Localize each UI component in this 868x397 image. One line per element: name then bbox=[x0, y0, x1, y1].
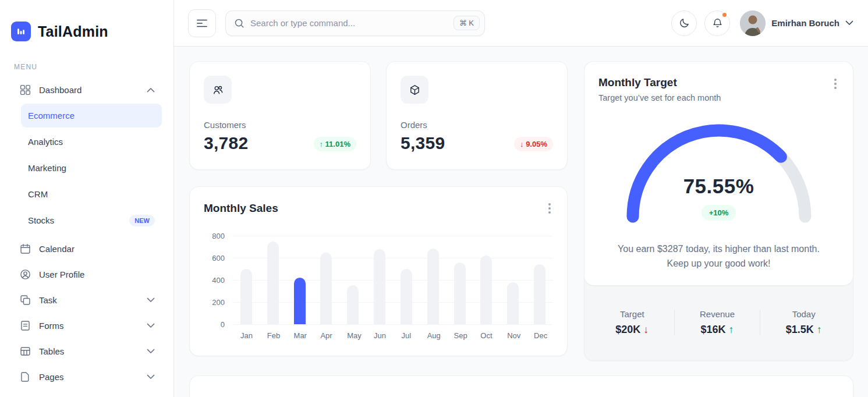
sidebar-toggle-button[interactable] bbox=[188, 9, 216, 37]
menu-icon bbox=[196, 19, 208, 28]
bar-aug bbox=[427, 249, 439, 324]
monthly-target-subtitle: Target you’ve set for each month bbox=[598, 93, 721, 102]
stat-today: Today $1.5K ↑ bbox=[786, 309, 822, 336]
bar-jan bbox=[240, 269, 252, 324]
calendar-icon bbox=[19, 243, 31, 255]
x-tick: May bbox=[347, 331, 359, 340]
target-stats-footer: Target $20K ↓Revenue $16K ↑Today $1.5K ↑ bbox=[584, 285, 853, 360]
task-icon bbox=[19, 294, 31, 306]
user-name: Emirhan Boruch bbox=[771, 18, 839, 28]
bar-sep bbox=[454, 263, 466, 324]
monthly-sales-menu-button[interactable] bbox=[546, 201, 553, 216]
grid-icon bbox=[19, 84, 31, 96]
x-tick: Sep bbox=[454, 331, 466, 340]
bar-nov bbox=[507, 282, 519, 324]
app-title: TailAdmin bbox=[38, 23, 108, 40]
menu-section-label: MENU bbox=[14, 63, 173, 71]
stat-revenue: Revenue $16K ↑ bbox=[700, 309, 735, 336]
x-tick: Nov bbox=[507, 331, 519, 340]
monthly-target-title: Monthly Target bbox=[598, 76, 721, 89]
y-tick: 800 bbox=[212, 232, 225, 240]
customers-metric-card: Customers 3,782 ↑ 11.01% bbox=[189, 61, 371, 170]
x-tick: Jun bbox=[374, 331, 385, 340]
chevron-down-icon bbox=[147, 323, 155, 328]
x-tick: Aug bbox=[427, 331, 439, 340]
metrics-row: Customers 3,782 ↑ 11.01% Orders 5,359 ↓ … bbox=[189, 61, 568, 170]
metric-value: 3,782 bbox=[204, 133, 249, 153]
orders-metric-card: Orders 5,359 ↓ 9.05% bbox=[386, 61, 568, 170]
sidebar: TailAdmin MENU Dashboard EcommerceAnalyt… bbox=[0, 0, 174, 397]
sidebar-subitem-stocks[interactable]: StocksNEW bbox=[21, 208, 162, 232]
pages-icon bbox=[19, 371, 31, 383]
topbar: ⌘ K Emirhan Boruch bbox=[174, 0, 868, 47]
stat-target: Target $20K ↓ bbox=[615, 309, 649, 336]
x-tick: Mar bbox=[294, 331, 306, 340]
x-tick: Feb bbox=[267, 331, 279, 340]
sidebar-item-tables[interactable]: Tables bbox=[12, 338, 162, 364]
bar-oct bbox=[480, 256, 492, 324]
search-input[interactable] bbox=[250, 18, 448, 28]
x-tick: Jul bbox=[401, 331, 412, 340]
x-tick: Oct bbox=[480, 331, 492, 340]
sidebar-subitem-analytics[interactable]: Analytics bbox=[21, 130, 162, 154]
target-percent: 75.55% bbox=[620, 175, 818, 198]
chevron-down-icon bbox=[845, 20, 853, 26]
metric-value: 5,359 bbox=[401, 133, 445, 153]
metric-delta-badge: ↓ 9.05% bbox=[514, 137, 553, 151]
sidebar-item-forms[interactable]: Forms bbox=[12, 313, 162, 338]
sidebar-item-user-profile[interactable]: User Profile bbox=[12, 261, 162, 287]
chevron-down-icon bbox=[147, 349, 155, 354]
avatar bbox=[740, 10, 766, 36]
chart-y-axis: 0200400600800 bbox=[204, 236, 225, 324]
tables-icon bbox=[19, 345, 31, 357]
moon-icon bbox=[679, 17, 690, 29]
search-icon bbox=[234, 18, 245, 29]
bar-apr bbox=[320, 253, 332, 324]
bar-dec bbox=[534, 264, 545, 324]
notification-dot bbox=[721, 12, 728, 18]
sidebar-item-pages[interactable]: Pages bbox=[12, 364, 162, 389]
y-tick: 600 bbox=[212, 254, 225, 263]
x-tick: Dec bbox=[534, 331, 545, 340]
logo[interactable]: TailAdmin bbox=[0, 14, 173, 47]
monthly-sales-chart: 0200400600800 bbox=[204, 236, 553, 324]
target-delta-badge: +10% bbox=[702, 205, 736, 221]
y-tick: 200 bbox=[212, 298, 225, 307]
bar-feb bbox=[267, 242, 279, 324]
sidebar-item-task[interactable]: Task bbox=[12, 287, 162, 313]
bar-may bbox=[347, 285, 359, 324]
monthly-target-menu-button[interactable] bbox=[832, 76, 839, 91]
sidebar-subitem-ecommerce[interactable]: Ecommerce bbox=[21, 104, 162, 127]
metric-label: Customers bbox=[204, 120, 356, 130]
forms-icon bbox=[19, 320, 31, 332]
y-tick: 0 bbox=[221, 320, 225, 329]
box-icon bbox=[401, 76, 428, 104]
monthly-target-card: Monthly Target Target you’ve set for eac… bbox=[584, 61, 853, 361]
monthly-sales-card: Monthly Sales 0200400600800 JanFebMarApr… bbox=[189, 186, 568, 356]
notifications-button[interactable] bbox=[704, 10, 730, 36]
search-bar[interactable]: ⌘ K bbox=[225, 10, 485, 36]
target-message: You earn $3287 today, its higher than la… bbox=[598, 242, 839, 271]
dashboard-submenu: EcommerceAnalyticsMarketingCRMStocksNEW bbox=[0, 102, 173, 236]
keyboard-shortcut-hint: ⌘ K bbox=[454, 16, 480, 30]
people-icon bbox=[204, 76, 232, 104]
metric-label: Orders bbox=[401, 120, 553, 130]
monthly-sales-title: Monthly Sales bbox=[204, 202, 278, 215]
sidebar-item-calendar[interactable]: Calendar bbox=[12, 236, 162, 261]
sidebar-item-dashboard[interactable]: Dashboard bbox=[12, 77, 162, 102]
user-menu[interactable]: Emirhan Boruch bbox=[740, 10, 853, 36]
chevron-up-icon bbox=[147, 87, 155, 93]
new-badge: NEW bbox=[129, 215, 155, 226]
tailadmin-logo-icon bbox=[11, 22, 31, 41]
dark-mode-toggle[interactable] bbox=[671, 10, 697, 36]
sidebar-subitem-crm[interactable]: CRM bbox=[21, 182, 162, 206]
x-tick: Jan bbox=[240, 331, 252, 340]
x-tick: Apr bbox=[320, 331, 332, 340]
chevron-down-icon bbox=[147, 297, 155, 303]
chart-plot-area bbox=[233, 236, 553, 324]
bar-jul bbox=[401, 269, 412, 324]
sidebar-subitem-marketing[interactable]: Marketing bbox=[21, 156, 162, 180]
bell-icon bbox=[712, 17, 723, 29]
chevron-down-icon bbox=[147, 374, 155, 380]
bar-mar bbox=[294, 278, 306, 324]
